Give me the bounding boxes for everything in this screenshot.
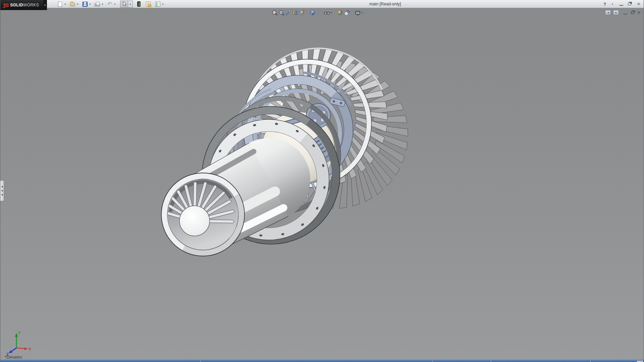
standard-toolbar: ↶ (56, 0, 166, 8)
print-button[interactable] (94, 1, 101, 7)
doc-restore-button[interactable] (631, 11, 634, 14)
feature-manager-collapsed-tab[interactable] (0, 180, 4, 201)
x-axis-label: X (29, 347, 31, 351)
previous-window-button[interactable]: ◂ (605, 10, 611, 15)
next-window-button[interactable]: ▸ (613, 10, 619, 15)
select-dropdown-arrow-icon[interactable] (128, 1, 133, 8)
new-document-icon (58, 2, 62, 7)
options-dropdown-arrow-icon[interactable] (161, 3, 164, 6)
reference-triad: Y X Z (4, 330, 33, 356)
options-checklist-icon (155, 2, 160, 7)
undo-arrow-icon: ↶ (107, 2, 112, 6)
y-axis-label: Y (18, 331, 21, 335)
app-minimize-button[interactable] (618, 1, 624, 7)
minimize-icon (620, 2, 623, 6)
brand-text-light: WORKS (23, 3, 39, 7)
status-divider (200, 361, 201, 362)
undo-button[interactable]: ↶ (106, 1, 113, 7)
collapse-arrow-icon (1, 194, 3, 196)
status-divider (491, 361, 491, 362)
solidworks-window: ƷS SOLIDWORKS ▸ ↶ main [Read-only] (0, 0, 644, 362)
open-folder-icon (70, 3, 75, 6)
view-orientation-label: *Dimetric (5, 355, 22, 360)
solidworks-logo: ƷS SOLIDWORKS (0, 0, 43, 10)
hide-show-items-button[interactable] (324, 9, 330, 16)
save-floppy-icon (83, 2, 88, 7)
print-dropdown-arrow-icon[interactable] (101, 3, 104, 6)
zoom-to-area-button[interactable] (278, 9, 285, 16)
collapse-arrow-icon (1, 186, 3, 188)
open-dropdown-arrow-icon[interactable] (76, 3, 79, 6)
status-bar (0, 360, 644, 362)
graphics-viewport[interactable] (0, 8, 644, 360)
collapse-arrow-icon (1, 190, 3, 192)
undo-dropdown-arrow-icon[interactable] (113, 3, 116, 6)
brand-text-bold: SOLID (10, 3, 23, 7)
select-tool-button[interactable] (120, 1, 128, 8)
window-title: main [Read-only] (369, 0, 401, 8)
file-properties-icon (146, 2, 151, 7)
x-axis-arrow-icon (24, 348, 28, 350)
print-icon (95, 3, 100, 6)
section-view-button[interactable] (285, 9, 291, 16)
view-settings-button[interactable] (355, 9, 361, 16)
select-tool-group (120, 1, 133, 8)
status-divider (590, 361, 591, 362)
file-properties-button[interactable] (145, 1, 152, 7)
doc-close-button[interactable]: ✕ (637, 10, 641, 15)
display-style-button[interactable] (298, 9, 305, 16)
y-axis-arrow-icon (15, 333, 18, 337)
menu-expander-arrow-icon[interactable]: ▸ (43, 0, 47, 10)
document-window-controls: ◂ ▸ ✕ (605, 10, 641, 15)
help-dropdown-arrow-icon[interactable] (611, 3, 614, 6)
edit-appearance-button[interactable] (337, 9, 344, 16)
rebuild-button[interactable] (136, 1, 142, 7)
options-button[interactable] (154, 1, 161, 7)
titlebar-controls: ? ✕ (602, 0, 642, 8)
view-settings-dropdown-arrow-icon[interactable] (362, 11, 363, 14)
select-cursor-icon (122, 1, 127, 7)
open-button[interactable] (69, 1, 76, 7)
apply-scene-button[interactable] (344, 9, 351, 16)
display-style-shaded-button[interactable] (309, 9, 316, 16)
restore-icon (628, 3, 631, 5)
new-document-button[interactable] (57, 1, 63, 7)
doc-minimize-button[interactable] (623, 11, 627, 14)
save-dropdown-arrow-icon[interactable] (89, 3, 92, 6)
status-divider (432, 361, 433, 362)
headsup-view-toolbar (271, 9, 364, 16)
save-button[interactable] (82, 1, 88, 7)
help-button[interactable]: ? (602, 1, 608, 7)
view-orientation-button[interactable] (291, 9, 298, 16)
brand-glyph-icon: ƷS (3, 2, 8, 8)
app-close-button[interactable]: ✕ (636, 1, 642, 7)
rebuild-traffic-light-icon (137, 1, 141, 7)
app-restore-button[interactable] (627, 1, 633, 7)
zoom-to-fit-button[interactable] (271, 9, 278, 16)
new-dropdown-arrow-icon[interactable] (64, 3, 67, 6)
resize-grip[interactable] (637, 361, 643, 362)
hide-show-dropdown-arrow-icon[interactable] (331, 11, 332, 14)
